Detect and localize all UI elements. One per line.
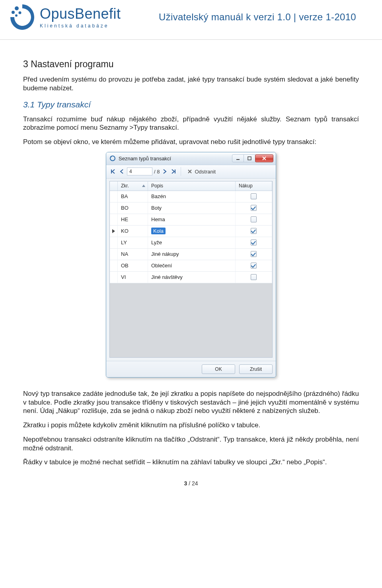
cell-popis[interactable]: Kola bbox=[148, 226, 236, 237]
subsection-heading: 3.1 Typy transakcí bbox=[23, 100, 359, 109]
grid-header-nakup[interactable]: Nákup bbox=[236, 181, 272, 191]
pager-first-button[interactable] bbox=[109, 168, 117, 175]
pager-total: / 8 bbox=[154, 169, 160, 175]
maximize-button[interactable] bbox=[244, 154, 255, 162]
cell-zkr[interactable]: KO bbox=[118, 226, 148, 237]
cell-popis[interactable]: Bazén bbox=[148, 191, 236, 202]
logo-graphic-icon bbox=[8, 3, 37, 31]
last-page-icon bbox=[171, 169, 176, 174]
row-gutter bbox=[110, 249, 118, 260]
cell-popis[interactable]: Boty bbox=[148, 202, 236, 214]
cell-popis[interactable]: Jiné návštěvy bbox=[148, 272, 236, 283]
cell-zkr[interactable]: HE bbox=[118, 214, 148, 225]
ok-button[interactable]: OK bbox=[202, 364, 235, 374]
remove-button[interactable]: Odstranit bbox=[185, 168, 218, 175]
svg-rect-6 bbox=[236, 159, 240, 160]
grid-header-gutter bbox=[110, 181, 118, 191]
window-title: Seznam typů transakcí bbox=[119, 156, 171, 162]
transaction-types-window: Seznam typů transakcí / 8 bbox=[106, 152, 276, 378]
row-gutter bbox=[110, 226, 118, 237]
grid-header-popis[interactable]: Popis bbox=[148, 181, 236, 191]
page-number: 3 / 24 bbox=[0, 480, 382, 487]
pager-prev-button[interactable] bbox=[118, 168, 125, 175]
cell-nakup[interactable] bbox=[236, 272, 272, 283]
cell-zkr[interactable]: BO bbox=[118, 202, 148, 214]
cancel-button[interactable]: Zrušit bbox=[239, 364, 273, 374]
transaction-grid: Zkr. Popis Nákup BABazénBOBotyHEHemaKOKo… bbox=[109, 181, 273, 358]
body-para-4: Zkratku i popis můžete kdykoliv změnit k… bbox=[23, 421, 359, 430]
cell-nakup[interactable] bbox=[236, 191, 272, 202]
cell-nakup[interactable] bbox=[236, 260, 272, 271]
svg-point-1 bbox=[12, 11, 15, 14]
pager-current-input[interactable] bbox=[127, 167, 152, 175]
table-row[interactable]: BOBoty bbox=[110, 202, 272, 214]
nakup-checkbox[interactable] bbox=[251, 216, 257, 222]
cell-zkr[interactable]: BA bbox=[118, 191, 148, 202]
row-gutter bbox=[110, 214, 118, 225]
nakup-checkbox[interactable] bbox=[251, 251, 257, 257]
cell-nakup[interactable] bbox=[236, 202, 272, 214]
cell-zkr[interactable]: LY bbox=[118, 237, 148, 248]
grid-header-popis-label: Popis bbox=[151, 183, 163, 189]
table-row[interactable]: KOKola bbox=[110, 226, 272, 237]
cell-popis[interactable]: Hema bbox=[148, 214, 236, 225]
grid-header-zkr[interactable]: Zkr. bbox=[118, 181, 148, 191]
nakup-checkbox[interactable] bbox=[251, 205, 257, 211]
window-titlebar: Seznam typů transakcí bbox=[106, 152, 276, 165]
row-gutter bbox=[110, 260, 118, 271]
grid-header-nakup-label: Nákup bbox=[239, 183, 253, 189]
remove-label: Odstranit bbox=[195, 169, 216, 175]
cell-nakup[interactable] bbox=[236, 237, 272, 248]
ok-label: OK bbox=[215, 366, 222, 372]
cell-popis[interactable]: Jiné nákupy bbox=[148, 249, 236, 260]
next-page-icon bbox=[163, 169, 167, 174]
cell-popis[interactable]: Oblečení bbox=[148, 260, 236, 271]
row-gutter bbox=[110, 237, 118, 248]
section-heading: 3 Nastavení programu bbox=[23, 59, 359, 70]
cell-zkr[interactable]: NA bbox=[118, 249, 148, 260]
cell-nakup[interactable] bbox=[236, 249, 272, 260]
svg-point-2 bbox=[19, 11, 21, 14]
svg-rect-7 bbox=[248, 157, 251, 160]
table-row[interactable]: LYLyže bbox=[110, 237, 272, 249]
nakup-checkbox[interactable] bbox=[251, 274, 257, 280]
grid-header: Zkr. Popis Nákup bbox=[110, 181, 272, 191]
body-para-6: Řádky v tabulce je možné nechat setřídit… bbox=[23, 458, 359, 467]
page-header: OpusBenefit Klientská databáze Uživatels… bbox=[0, 0, 382, 40]
document-version: Uživatelský manuál k verzi 1.0 | verze 1… bbox=[159, 12, 356, 23]
nakup-checkbox[interactable] bbox=[251, 193, 257, 199]
body-para-2: Potom se objeví okno, ve kterém můžeme p… bbox=[23, 138, 359, 146]
minimize-button[interactable] bbox=[232, 154, 244, 162]
nakup-checkbox[interactable] bbox=[251, 239, 257, 245]
prev-page-icon bbox=[120, 169, 124, 174]
table-row[interactable]: BABazén bbox=[110, 191, 272, 202]
pager-last-button[interactable] bbox=[170, 168, 177, 175]
cancel-label: Zrušit bbox=[250, 366, 262, 372]
cell-zkr[interactable]: OB bbox=[118, 260, 148, 271]
grid-header-zkr-label: Zkr. bbox=[121, 183, 129, 189]
pager-next-button[interactable] bbox=[161, 168, 168, 175]
app-icon bbox=[109, 155, 116, 162]
brand-name: OpusBenefit bbox=[40, 6, 121, 22]
cell-zkr[interactable]: VI bbox=[118, 272, 148, 283]
delete-icon bbox=[187, 169, 193, 174]
close-button[interactable] bbox=[255, 154, 273, 162]
nakup-checkbox[interactable] bbox=[251, 228, 257, 234]
body-para-1: Transakcí rozumíme buď nákup nějakého zb… bbox=[23, 115, 359, 132]
nakup-checkbox[interactable] bbox=[251, 263, 257, 269]
cell-nakup[interactable] bbox=[236, 214, 272, 225]
section-intro: Před uvedením systému do provozu je potř… bbox=[23, 75, 359, 93]
table-row[interactable]: HEHema bbox=[110, 214, 272, 226]
row-gutter bbox=[110, 272, 118, 283]
row-gutter bbox=[110, 191, 118, 202]
table-row[interactable]: NAJiné nákupy bbox=[110, 249, 272, 260]
maximize-icon bbox=[248, 156, 251, 160]
current-row-icon bbox=[112, 229, 115, 233]
svg-point-3 bbox=[15, 14, 18, 17]
svg-point-0 bbox=[15, 6, 19, 10]
page-sep: / bbox=[187, 480, 192, 487]
table-row[interactable]: VIJiné návštěvy bbox=[110, 272, 272, 283]
cell-nakup[interactable] bbox=[236, 226, 272, 237]
cell-popis[interactable]: Lyže bbox=[148, 237, 236, 248]
table-row[interactable]: OBOblečení bbox=[110, 260, 272, 272]
